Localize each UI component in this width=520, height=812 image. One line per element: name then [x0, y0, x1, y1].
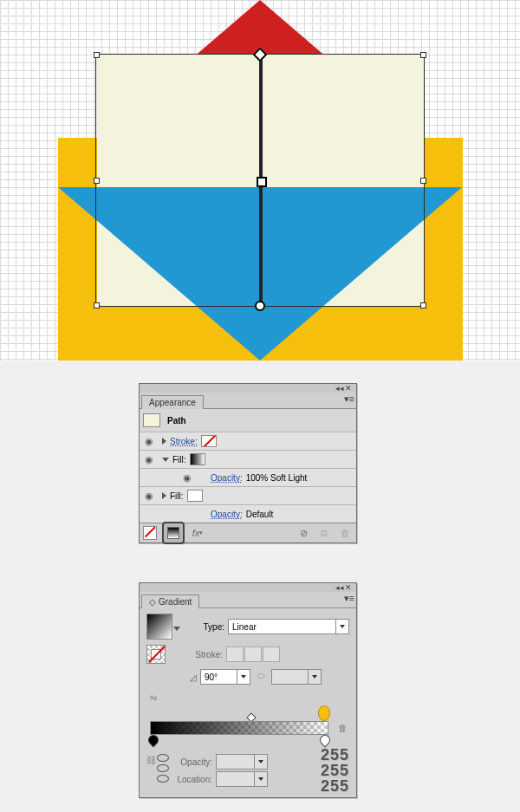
- chevron-down-icon: [237, 670, 250, 684]
- collapse-icon[interactable]: [162, 458, 169, 462]
- delete-stop-icon[interactable]: 🗑: [338, 723, 348, 733]
- close-icon[interactable]: ✕: [344, 583, 353, 592]
- panel-titlebar[interactable]: ◂◂ ✕: [140, 384, 356, 393]
- fill-swatch-white[interactable]: [187, 490, 203, 502]
- link-icon[interactable]: ⛓: [146, 754, 155, 766]
- expand-icon[interactable]: [162, 492, 166, 499]
- chevron-down-icon: [335, 620, 348, 633]
- add-effect-button[interactable]: fx▾: [190, 525, 205, 541]
- canvas-artboard[interactable]: [0, 0, 520, 361]
- stroke-swatch[interactable]: [146, 645, 166, 664]
- gradient-preview-swatch[interactable]: [146, 614, 172, 640]
- gradient-tab[interactable]: ◇Gradient: [141, 594, 199, 608]
- chevron-down-icon: [254, 755, 267, 769]
- panel-menu-icon[interactable]: ▾≡: [344, 393, 354, 405]
- fill-label: Fill:: [172, 455, 186, 464]
- appearance-tab[interactable]: Appearance: [141, 395, 204, 409]
- stroke-label[interactable]: Stroke:: [170, 437, 198, 446]
- delete-item-icon[interactable]: 🗑: [337, 525, 353, 541]
- stop-location-input: [216, 771, 268, 787]
- opacity-label: Opacity:: [174, 757, 212, 767]
- type-label: Type:: [186, 622, 224, 632]
- chevron-down-icon: [308, 670, 321, 684]
- panels-area: ◂◂ ✕ Appearance ▾≡ Path ◉ Stroke: ◉ Fill…: [0, 361, 520, 812]
- duplicate-item-icon[interactable]: ⧉: [316, 525, 332, 541]
- color-dot: [157, 764, 169, 772]
- fill-swatch-gradient[interactable]: [190, 453, 205, 465]
- chevron-down-icon: [254, 772, 267, 786]
- angle-icon: ◿: [186, 672, 200, 682]
- angle-input[interactable]: 90°: [200, 669, 250, 685]
- opacity-row-1[interactable]: ◉ Opacity: 100% Soft Light: [140, 469, 356, 487]
- location-label: Location:: [174, 775, 212, 784]
- panel-menu-icon[interactable]: ▾≡: [344, 593, 354, 604]
- visibility-icon[interactable]: ◉: [143, 435, 155, 447]
- visibility-icon[interactable]: ◉: [143, 453, 155, 465]
- stroke-label: Stroke:: [185, 650, 223, 659]
- gradient-stop-left[interactable]: [146, 733, 161, 748]
- opacity-value: 100% Soft Light: [246, 473, 308, 483]
- stroke-swatch-none[interactable]: [201, 435, 217, 447]
- stroke-row[interactable]: ◉ Stroke:: [140, 432, 356, 451]
- stroke-mode-within[interactable]: [226, 646, 244, 662]
- gradient-stop-right[interactable]: [318, 733, 333, 748]
- visibility-icon[interactable]: ◉: [143, 490, 155, 502]
- expand-icon[interactable]: [162, 438, 166, 445]
- fill-label: Fill:: [170, 491, 184, 501]
- clear-appearance-icon[interactable]: ⊘: [296, 525, 311, 541]
- opacity-label[interactable]: Opacity:: [211, 473, 243, 483]
- stroke-mode-along[interactable]: [244, 646, 262, 662]
- reverse-gradient-icon[interactable]: ⇋: [150, 693, 157, 703]
- visibility-icon[interactable]: ◉: [181, 471, 193, 484]
- panel-titlebar[interactable]: ◂◂ ✕: [140, 583, 356, 592]
- fill-row-1[interactable]: ◉ Fill:: [140, 451, 356, 469]
- target-thumbnail: [143, 413, 160, 427]
- stop-opacity-input: [216, 754, 268, 770]
- opacity-row-2[interactable]: ◉ Opacity: Default: [140, 505, 356, 523]
- fill-row-2[interactable]: ◉ Fill:: [140, 487, 356, 505]
- rgb-readout: 255 255 255: [321, 747, 349, 794]
- appearance-footer: fx▾ ⊘ ⧉ 🗑: [140, 523, 356, 542]
- appearance-target-row[interactable]: Path: [140, 409, 356, 432]
- aspect-ratio-input: [271, 669, 322, 685]
- close-icon[interactable]: ✕: [344, 384, 353, 393]
- aspect-ratio-icon: ⬭: [257, 671, 270, 683]
- color-dot: [157, 754, 169, 762]
- highlight-marker: [318, 705, 330, 721]
- target-type-label: Path: [167, 416, 186, 425]
- gradient-type-select[interactable]: Linear: [228, 619, 349, 634]
- stroke-mode-across[interactable]: [263, 646, 280, 662]
- gradient-panel: ◂◂ ✕ ◇Gradient ▾≡ Type: Linear Stroke:: [139, 582, 357, 798]
- gradient-ramp[interactable]: [150, 721, 328, 735]
- color-dot: [157, 775, 169, 783]
- collapse-icon[interactable]: ◂◂: [335, 583, 344, 592]
- appearance-panel: ◂◂ ✕ Appearance ▾≡ Path ◉ Stroke: ◉ Fill…: [139, 383, 357, 543]
- stroke-gradient-mode-group: [226, 646, 280, 662]
- opacity-value: Default: [246, 510, 274, 519]
- gradient-slider[interactable]: 🗑: [146, 711, 349, 745]
- new-art-clear-icon[interactable]: [143, 526, 157, 540]
- add-new-fill-button[interactable]: [162, 522, 185, 544]
- collapse-icon[interactable]: ◂◂: [335, 384, 344, 393]
- opacity-label[interactable]: Opacity:: [211, 510, 243, 519]
- gradient-annotator-line[interactable]: [259, 54, 263, 306]
